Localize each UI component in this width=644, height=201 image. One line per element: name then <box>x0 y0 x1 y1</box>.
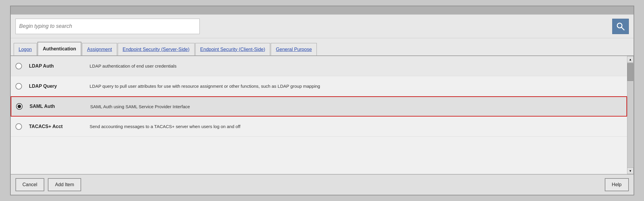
search-input[interactable] <box>15 19 200 34</box>
search-icon <box>616 22 625 31</box>
table-row: LDAP Query LDAP query to pull user attri… <box>11 76 627 96</box>
tab-authentication[interactable]: Authentication <box>37 42 81 55</box>
help-button[interactable]: Help <box>605 178 629 191</box>
dialog: Logon Authentication Assignment Endpoint… <box>10 6 634 195</box>
scrollbar-thumb[interactable] <box>627 63 633 81</box>
tab-endpoint-client[interactable]: Endpoint Security (Client-Side) <box>195 43 270 55</box>
radio-ldap-auth[interactable] <box>15 63 22 69</box>
tab-general-purpose[interactable]: General Purpose <box>271 43 317 55</box>
tab-assignment[interactable]: Assignment <box>82 43 117 55</box>
radio-saml-auth[interactable] <box>16 103 23 110</box>
search-button[interactable] <box>612 19 629 34</box>
tab-endpoint-server[interactable]: Endpoint Security (Server-Side) <box>118 43 195 55</box>
outer-container: Logon Authentication Assignment Endpoint… <box>0 0 644 201</box>
tabs-row: Logon Authentication Assignment Endpoint… <box>11 38 634 56</box>
radio-ldap-query[interactable] <box>15 83 22 90</box>
bottom-bar: Cancel Add Item Help <box>11 174 634 195</box>
cancel-button[interactable]: Cancel <box>15 178 45 191</box>
content-area: LDAP Auth LDAP authentication of end use… <box>11 56 634 174</box>
scrollbar-track: ▲ ▼ <box>627 56 634 174</box>
add-item-button[interactable]: Add Item <box>48 178 81 191</box>
table-row: TACACS+ Acct Send accounting messages to… <box>11 117 627 137</box>
search-row <box>11 15 634 38</box>
radio-inner <box>18 105 21 108</box>
radio-tacacs[interactable] <box>15 123 22 130</box>
scroll-up-button[interactable]: ▲ <box>627 56 634 63</box>
svg-line-1 <box>621 27 624 30</box>
table-row: SAML Auth SAML Auth using SAML Service P… <box>11 96 627 117</box>
scroll-down-button[interactable]: ▼ <box>627 168 634 174</box>
list-area: LDAP Auth LDAP authentication of end use… <box>11 56 627 174</box>
table-row: LDAP Auth LDAP authentication of end use… <box>11 56 627 76</box>
top-bar <box>11 6 634 15</box>
tab-logon[interactable]: Logon <box>14 43 37 55</box>
